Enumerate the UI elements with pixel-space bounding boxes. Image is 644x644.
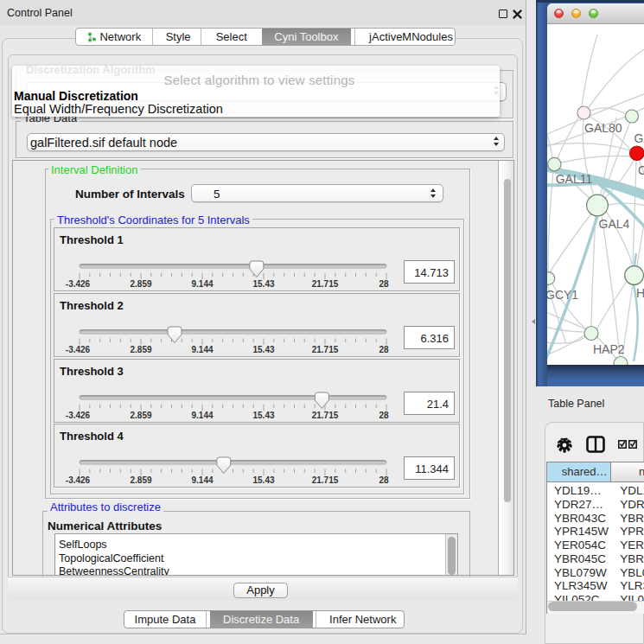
svg-text:-3.426: -3.426 bbox=[66, 345, 91, 354]
svg-text:GA: GA bbox=[634, 131, 644, 145]
svg-text:15.43: 15.43 bbox=[252, 410, 274, 419]
svg-text:21.715: 21.715 bbox=[312, 279, 339, 289]
svg-text:HAP2: HAP2 bbox=[593, 342, 625, 356]
svg-text:15.43: 15.43 bbox=[252, 345, 274, 354]
svg-text:28: 28 bbox=[379, 345, 389, 354]
svg-text:H: H bbox=[636, 286, 644, 300]
svg-text:9.144: 9.144 bbox=[191, 475, 213, 485]
svg-text:15.43: 15.43 bbox=[252, 279, 274, 289]
svg-text:GAL11: GAL11 bbox=[556, 172, 593, 186]
svg-text:C: C bbox=[638, 163, 644, 177]
svg-text:9.144: 9.144 bbox=[191, 279, 213, 289]
svg-text:-3.426: -3.426 bbox=[66, 410, 91, 419]
svg-text:2.859: 2.859 bbox=[130, 279, 151, 289]
svg-text:9.144: 9.144 bbox=[191, 345, 213, 354]
svg-text:-3.426: -3.426 bbox=[66, 279, 91, 289]
svg-text:21.715: 21.715 bbox=[312, 475, 339, 485]
svg-text:2.859: 2.859 bbox=[130, 410, 151, 419]
svg-text:-3.426: -3.426 bbox=[66, 475, 91, 485]
svg-text:21.715: 21.715 bbox=[312, 345, 339, 354]
svg-text:28: 28 bbox=[379, 475, 389, 485]
svg-text:GAL4: GAL4 bbox=[599, 217, 630, 231]
svg-text:GCY1: GCY1 bbox=[547, 288, 578, 302]
svg-text:2.859: 2.859 bbox=[130, 475, 151, 485]
svg-text:28: 28 bbox=[379, 410, 389, 419]
svg-text:21.715: 21.715 bbox=[312, 410, 339, 419]
svg-text:9.144: 9.144 bbox=[191, 410, 213, 419]
svg-text:GAL80: GAL80 bbox=[584, 121, 622, 135]
svg-text:15.43: 15.43 bbox=[252, 475, 274, 485]
svg-text:2.859: 2.859 bbox=[130, 345, 151, 354]
svg-text:28: 28 bbox=[379, 279, 389, 289]
